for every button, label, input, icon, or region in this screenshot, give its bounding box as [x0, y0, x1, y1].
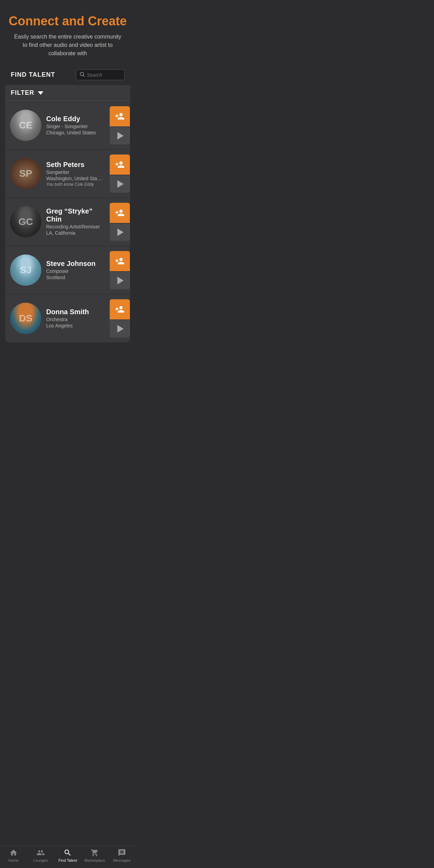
- page-subtitle: Easily search the entire creative commun…: [12, 33, 123, 58]
- avatar-figure: DS: [10, 303, 41, 334]
- person-add-icon: [115, 208, 125, 218]
- mutual-note: You both know Cole Eddy: [46, 182, 105, 187]
- artist-role: Singer - Songwriter: [46, 124, 105, 129]
- person-add-icon: [115, 256, 125, 266]
- play-button[interactable]: [110, 127, 130, 144]
- play-icon: [117, 228, 124, 236]
- search-icon: [80, 72, 85, 78]
- add-connect-button[interactable]: [110, 251, 130, 271]
- artist-actions: [109, 251, 130, 289]
- artist-name: Cole Eddy: [46, 115, 105, 123]
- filter-bar[interactable]: FILTER: [5, 85, 130, 101]
- title-highlight: Create: [88, 14, 127, 28]
- artist-name: Greg “Stryke” Chin: [46, 207, 105, 223]
- find-talent-label: FIND TALENT: [11, 71, 55, 78]
- artist-location: Scotland: [46, 275, 105, 280]
- play-button[interactable]: [110, 272, 130, 289]
- play-button[interactable]: [110, 320, 130, 337]
- top-bar: FIND TALENT: [5, 65, 130, 85]
- artist-item: SJ Steve Johnson Composer Scotland: [5, 246, 130, 294]
- artist-role: Recording Artist/Remixer: [46, 224, 105, 229]
- artist-role: Composer: [46, 268, 105, 274]
- artist-avatar: DS: [10, 303, 41, 334]
- artist-location: Chicago, United States: [46, 130, 105, 135]
- artist-location: Washington, United Sta…: [46, 176, 105, 181]
- find-talent-card: FIND TALENT FILTER CE: [5, 65, 130, 342]
- artist-list: CE Cole Eddy Singer - Songwriter Chicago…: [5, 101, 130, 342]
- artist-info: Seth Peters Songwriter Washington, Unite…: [46, 161, 105, 187]
- artist-avatar: SP: [10, 158, 41, 189]
- person-add-icon: [115, 111, 125, 121]
- avatar-figure: SP: [10, 158, 41, 189]
- artist-name: Seth Peters: [46, 161, 105, 169]
- play-icon: [117, 277, 124, 284]
- artist-avatar: GC: [10, 206, 41, 237]
- artist-location: LA, California: [46, 230, 105, 236]
- artist-avatar: SJ: [10, 254, 41, 286]
- avatar-figure: GC: [10, 206, 41, 237]
- artist-avatar: CE: [10, 110, 41, 141]
- play-button[interactable]: [110, 224, 130, 241]
- artist-item: GC Greg “Stryke” Chin Recording Artist/R…: [5, 198, 130, 246]
- artist-item: DS Donna Smith Orchestra Los Angeles: [5, 294, 130, 342]
- main-content: FIND TALENT FILTER CE: [0, 65, 135, 379]
- avatar-figure: CE: [10, 110, 41, 141]
- artist-role: Songwriter: [46, 169, 105, 175]
- play-icon: [117, 325, 124, 333]
- person-add-icon: [115, 160, 125, 169]
- add-connect-button[interactable]: [110, 155, 130, 175]
- add-connect-button[interactable]: [110, 106, 130, 126]
- artist-name: Donna Smith: [46, 308, 105, 316]
- artist-actions: [109, 155, 130, 193]
- artist-item: SP Seth Peters Songwriter Washington, Un…: [5, 149, 130, 198]
- artist-actions: [109, 203, 130, 241]
- person-add-icon: [115, 304, 125, 314]
- play-icon: [117, 180, 124, 188]
- search-bar[interactable]: [76, 69, 125, 80]
- artist-location: Los Angeles: [46, 323, 105, 328]
- play-icon: [117, 132, 124, 140]
- svg-line-1: [83, 75, 84, 76]
- artist-actions: [109, 106, 130, 144]
- filter-label: FILTER: [11, 89, 34, 97]
- artist-role: Orchestra: [46, 317, 105, 322]
- page-title: Connect and Create: [7, 14, 128, 28]
- artist-name: Steve Johnson: [46, 260, 105, 268]
- avatar-figure: SJ: [10, 254, 41, 286]
- artist-info: Cole Eddy Singer - Songwriter Chicago, U…: [46, 115, 105, 136]
- artist-info: Donna Smith Orchestra Los Angeles: [46, 308, 105, 329]
- chevron-down-icon: [38, 91, 43, 95]
- play-button[interactable]: [110, 175, 130, 193]
- artist-info: Steve Johnson Composer Scotland: [46, 260, 105, 281]
- artist-actions: [109, 299, 130, 337]
- add-connect-button[interactable]: [110, 299, 130, 319]
- title-plain: Connect and: [9, 14, 88, 28]
- artist-item: CE Cole Eddy Singer - Songwriter Chicago…: [5, 101, 130, 149]
- page-header: Connect and Create Easily search the ent…: [0, 0, 135, 65]
- search-input[interactable]: [87, 72, 118, 78]
- add-connect-button[interactable]: [110, 203, 130, 223]
- artist-info: Greg “Stryke” Chin Recording Artist/Remi…: [46, 207, 105, 236]
